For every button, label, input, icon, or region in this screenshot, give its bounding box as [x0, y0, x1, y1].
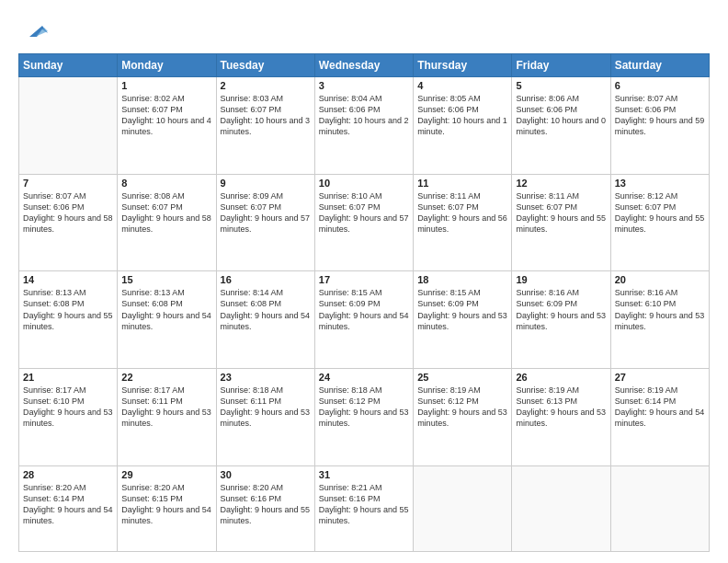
day-number: 10: [319, 178, 409, 189]
calendar-cell: 24Sunrise: 8:18 AMSunset: 6:12 PMDayligh…: [314, 369, 413, 466]
day-info: Sunrise: 8:11 AMSunset: 6:07 PMDaylight:…: [516, 190, 606, 236]
calendar-table: SundayMondayTuesdayWednesdayThursdayFrid…: [18, 53, 710, 552]
day-info: Sunrise: 8:18 AMSunset: 6:12 PMDaylight:…: [319, 385, 409, 430]
calendar-cell: 17Sunrise: 8:15 AMSunset: 6:09 PMDayligh…: [314, 271, 413, 369]
day-number: 17: [319, 274, 409, 285]
calendar-week-1: 1Sunrise: 8:02 AMSunset: 6:07 PMDaylight…: [19, 77, 710, 175]
day-info: Sunrise: 8:11 AMSunset: 6:07 PMDaylight:…: [417, 190, 507, 236]
calendar-week-5: 28Sunrise: 8:20 AMSunset: 6:14 PMDayligh…: [19, 465, 710, 551]
day-number: 29: [121, 469, 211, 480]
day-info: Sunrise: 8:10 AMSunset: 6:07 PMDaylight:…: [319, 190, 409, 236]
calendar-cell: 1Sunrise: 8:02 AMSunset: 6:07 PMDaylight…: [118, 77, 216, 175]
day-info: Sunrise: 8:07 AMSunset: 6:06 PMDaylight:…: [615, 93, 705, 138]
day-number: 27: [615, 372, 705, 383]
day-info: Sunrise: 8:20 AMSunset: 6:14 PMDaylight:…: [23, 482, 113, 527]
calendar-cell: 18Sunrise: 8:15 AMSunset: 6:09 PMDayligh…: [414, 271, 512, 369]
day-info: Sunrise: 8:19 AMSunset: 6:14 PMDaylight:…: [615, 385, 705, 430]
day-info: Sunrise: 8:12 AMSunset: 6:07 PMDaylight:…: [615, 190, 705, 236]
day-header-wednesday: Wednesday: [314, 54, 413, 77]
day-info: Sunrise: 8:03 AMSunset: 6:07 PMDaylight:…: [221, 93, 311, 138]
logo-icon: [22, 17, 50, 44]
logo: [18, 17, 50, 44]
calendar-cell: 26Sunrise: 8:19 AMSunset: 6:13 PMDayligh…: [512, 369, 610, 466]
day-info: Sunrise: 8:08 AMSunset: 6:07 PMDaylight:…: [121, 190, 211, 236]
calendar-cell: 4Sunrise: 8:05 AMSunset: 6:06 PMDaylight…: [414, 77, 512, 175]
calendar-cell: [610, 465, 709, 551]
day-info: Sunrise: 8:04 AMSunset: 6:06 PMDaylight:…: [319, 93, 409, 138]
day-info: Sunrise: 8:06 AMSunset: 6:06 PMDaylight:…: [516, 93, 606, 138]
day-header-tuesday: Tuesday: [216, 54, 314, 77]
day-number: 15: [121, 274, 211, 285]
calendar-cell: 6Sunrise: 8:07 AMSunset: 6:06 PMDaylight…: [610, 77, 709, 175]
calendar-cell: 28Sunrise: 8:20 AMSunset: 6:14 PMDayligh…: [19, 465, 118, 551]
calendar-cell: 27Sunrise: 8:19 AMSunset: 6:14 PMDayligh…: [610, 369, 709, 466]
calendar-cell: 20Sunrise: 8:16 AMSunset: 6:10 PMDayligh…: [610, 271, 709, 369]
calendar-cell: 8Sunrise: 8:08 AMSunset: 6:07 PMDaylight…: [118, 174, 216, 271]
day-number: 18: [417, 274, 507, 285]
calendar-cell: [512, 465, 610, 551]
day-info: Sunrise: 8:15 AMSunset: 6:09 PMDaylight:…: [319, 287, 409, 332]
calendar-cell: 30Sunrise: 8:20 AMSunset: 6:16 PMDayligh…: [216, 465, 314, 551]
calendar-cell: 22Sunrise: 8:17 AMSunset: 6:11 PMDayligh…: [118, 369, 216, 466]
day-number: 26: [516, 372, 606, 383]
calendar-week-3: 14Sunrise: 8:13 AMSunset: 6:08 PMDayligh…: [19, 271, 710, 369]
day-number: 11: [417, 178, 507, 189]
calendar-cell: [19, 77, 118, 175]
calendar-cell: [414, 465, 512, 551]
day-number: 16: [221, 274, 311, 285]
day-number: 13: [615, 178, 705, 189]
day-info: Sunrise: 8:15 AMSunset: 6:09 PMDaylight:…: [417, 287, 507, 332]
day-number: 19: [516, 274, 606, 285]
day-header-thursday: Thursday: [414, 54, 512, 77]
day-number: 24: [319, 372, 409, 383]
calendar-cell: 29Sunrise: 8:20 AMSunset: 6:15 PMDayligh…: [118, 465, 216, 551]
calendar-cell: 12Sunrise: 8:11 AMSunset: 6:07 PMDayligh…: [512, 174, 610, 271]
day-number: 5: [516, 80, 606, 91]
day-info: Sunrise: 8:09 AMSunset: 6:07 PMDaylight:…: [221, 190, 311, 236]
day-number: 28: [23, 469, 113, 480]
day-info: Sunrise: 8:13 AMSunset: 6:08 PMDaylight:…: [23, 287, 113, 332]
calendar-cell: 25Sunrise: 8:19 AMSunset: 6:12 PMDayligh…: [414, 369, 512, 466]
day-number: 20: [615, 274, 705, 285]
day-info: Sunrise: 8:16 AMSunset: 6:09 PMDaylight:…: [516, 287, 606, 332]
calendar-page: SundayMondayTuesdayWednesdayThursdayFrid…: [0, 0, 728, 563]
calendar-header-row: SundayMondayTuesdayWednesdayThursdayFrid…: [19, 54, 710, 77]
day-number: 25: [417, 372, 507, 383]
calendar-cell: 2Sunrise: 8:03 AMSunset: 6:07 PMDaylight…: [216, 77, 314, 175]
day-number: 9: [221, 178, 311, 189]
calendar-cell: 21Sunrise: 8:17 AMSunset: 6:10 PMDayligh…: [19, 369, 118, 466]
calendar-cell: 19Sunrise: 8:16 AMSunset: 6:09 PMDayligh…: [512, 271, 610, 369]
day-info: Sunrise: 8:20 AMSunset: 6:15 PMDaylight:…: [121, 482, 211, 527]
calendar-cell: 23Sunrise: 8:18 AMSunset: 6:11 PMDayligh…: [216, 369, 314, 466]
day-info: Sunrise: 8:07 AMSunset: 6:06 PMDaylight:…: [23, 190, 113, 236]
calendar-cell: 16Sunrise: 8:14 AMSunset: 6:08 PMDayligh…: [216, 271, 314, 369]
calendar-cell: 14Sunrise: 8:13 AMSunset: 6:08 PMDayligh…: [19, 271, 118, 369]
calendar-week-2: 7Sunrise: 8:07 AMSunset: 6:06 PMDaylight…: [19, 174, 710, 271]
day-info: Sunrise: 8:19 AMSunset: 6:12 PMDaylight:…: [417, 385, 507, 430]
day-number: 8: [121, 178, 211, 189]
day-number: 21: [23, 372, 113, 383]
calendar-cell: 11Sunrise: 8:11 AMSunset: 6:07 PMDayligh…: [414, 174, 512, 271]
calendar-week-4: 21Sunrise: 8:17 AMSunset: 6:10 PMDayligh…: [19, 369, 710, 466]
day-header-sunday: Sunday: [19, 54, 118, 77]
day-header-friday: Friday: [512, 54, 610, 77]
calendar-cell: 13Sunrise: 8:12 AMSunset: 6:07 PMDayligh…: [610, 174, 709, 271]
day-number: 7: [23, 178, 113, 189]
day-number: 2: [221, 80, 311, 91]
day-number: 3: [319, 80, 409, 91]
day-number: 22: [121, 372, 211, 383]
day-number: 4: [417, 80, 507, 91]
day-info: Sunrise: 8:20 AMSunset: 6:16 PMDaylight:…: [221, 482, 311, 527]
calendar-cell: 7Sunrise: 8:07 AMSunset: 6:06 PMDaylight…: [19, 174, 118, 271]
day-info: Sunrise: 8:17 AMSunset: 6:11 PMDaylight:…: [121, 385, 211, 430]
day-number: 31: [319, 469, 409, 480]
header: [18, 17, 710, 44]
calendar-cell: 3Sunrise: 8:04 AMSunset: 6:06 PMDaylight…: [314, 77, 413, 175]
day-number: 30: [221, 469, 311, 480]
day-info: Sunrise: 8:16 AMSunset: 6:10 PMDaylight:…: [615, 287, 705, 332]
day-info: Sunrise: 8:19 AMSunset: 6:13 PMDaylight:…: [516, 385, 606, 430]
day-info: Sunrise: 8:18 AMSunset: 6:11 PMDaylight:…: [221, 385, 311, 430]
day-info: Sunrise: 8:17 AMSunset: 6:10 PMDaylight:…: [23, 385, 113, 430]
day-number: 23: [221, 372, 311, 383]
day-info: Sunrise: 8:14 AMSunset: 6:08 PMDaylight:…: [221, 287, 311, 332]
